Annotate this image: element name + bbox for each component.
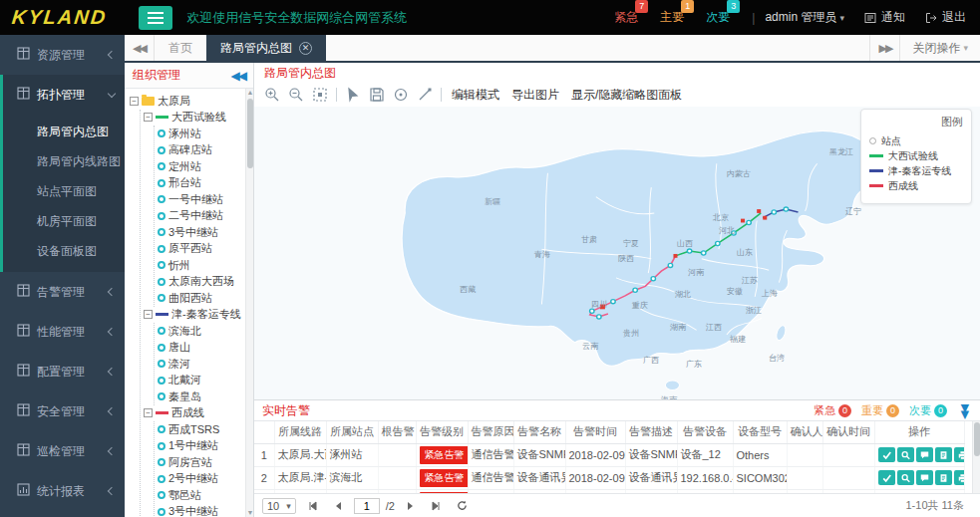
alarm-row[interactable]: 2太原局.津-秦滨海北紧急告警通信告警设备通讯异2018-02-09 1设备通讯… bbox=[254, 466, 964, 489]
column-header[interactable]: 确认人 bbox=[787, 421, 822, 443]
confirm-button[interactable] bbox=[878, 447, 895, 462]
close-operations-dropdown[interactable]: 关闭操作▾ bbox=[899, 35, 980, 61]
first-page-button[interactable] bbox=[302, 498, 322, 514]
search-button[interactable] bbox=[897, 447, 914, 462]
column-header[interactable]: 根告警 bbox=[378, 421, 416, 443]
column-header[interactable]: 告警原因 bbox=[468, 421, 513, 443]
print-button[interactable] bbox=[954, 470, 965, 485]
tree-node[interactable]: 滨海北 bbox=[158, 323, 253, 340]
alarm-counter[interactable]: 次要0 bbox=[909, 403, 947, 418]
detail-button[interactable] bbox=[935, 447, 952, 462]
last-page-button[interactable] bbox=[427, 498, 447, 514]
sidebar-item[interactable]: 统计报表 bbox=[0, 471, 125, 511]
alarm-row[interactable]: 1太原局.大西涿州站紧急告警通信告警设备SNMP超2018-02-09 1设备S… bbox=[254, 443, 964, 466]
tree-node[interactable]: 秦皇岛 bbox=[158, 388, 253, 405]
sidebar-item[interactable]: 告警管理 bbox=[0, 272, 125, 312]
tree-node[interactable]: 二号中继站 bbox=[158, 208, 253, 225]
sidebar-subitem[interactable]: 设备面板图 bbox=[3, 236, 125, 266]
close-tab-icon[interactable]: ✕ bbox=[299, 42, 312, 55]
sidebar-item[interactable]: 巡检管理 bbox=[0, 431, 125, 471]
logout-link[interactable]: 退出 bbox=[925, 9, 966, 26]
china-map[interactable]: 新疆西藏青海甘肃内蒙古黑龙江吉林辽宁北京河北山西宁夏陕西山东河南江苏安徽上海湖北… bbox=[254, 107, 980, 399]
sidebar-subitem[interactable]: 机房平面图 bbox=[3, 206, 125, 236]
detail-button[interactable] bbox=[935, 470, 952, 485]
tree-node[interactable]: 唐山 bbox=[158, 340, 253, 357]
expand-panel-icon[interactable]: ▶▶ bbox=[959, 404, 972, 417]
sidebar-item[interactable]: 安全管理 bbox=[0, 391, 125, 431]
header-alarm-badge[interactable]: 紧急7 bbox=[614, 9, 638, 26]
tree-node[interactable]: 原平西站 bbox=[158, 241, 253, 258]
comment-button[interactable] bbox=[916, 470, 933, 485]
page-number-input[interactable] bbox=[354, 498, 380, 514]
scroll-up-icon[interactable]: ▲ bbox=[246, 89, 254, 97]
tree-node[interactable]: 太原南大西场 bbox=[158, 274, 253, 291]
alarm-counter[interactable]: 重要0 bbox=[861, 403, 899, 418]
tree-node[interactable]: −津-秦客运专线 bbox=[144, 307, 253, 324]
tree-node[interactable]: 邢台站 bbox=[158, 175, 253, 192]
tab-home[interactable]: 首页 bbox=[155, 35, 206, 61]
search-button[interactable] bbox=[897, 470, 914, 485]
notice-link[interactable]: 通知 bbox=[864, 9, 905, 26]
tree-node[interactable]: 2号中继站 bbox=[158, 471, 253, 488]
header-alarm-badge[interactable]: 主要1 bbox=[660, 9, 684, 26]
print-button[interactable] bbox=[954, 447, 965, 462]
tree-node[interactable]: 3号中继站 bbox=[158, 504, 253, 517]
tab-station-overview[interactable]: 路局管内总图 ✕ bbox=[206, 35, 326, 61]
tabs-scroll-left-button[interactable]: ◀◀ bbox=[125, 35, 155, 61]
user-menu[interactable]: admin 管理员▾ bbox=[765, 9, 844, 26]
column-header[interactable]: 设备型号 bbox=[733, 421, 787, 443]
tree-node[interactable]: 1号中继站 bbox=[158, 438, 253, 455]
collapse-icon[interactable]: − bbox=[130, 97, 139, 106]
tree-node[interactable]: 曲阳西站 bbox=[158, 290, 253, 307]
collapse-icon[interactable]: − bbox=[144, 113, 153, 122]
tree-node[interactable]: 北戴河 bbox=[158, 373, 253, 389]
confirm-button[interactable] bbox=[878, 470, 895, 485]
prev-page-button[interactable] bbox=[328, 498, 348, 514]
tree-node[interactable]: 滦河 bbox=[158, 356, 253, 373]
column-header[interactable]: 告警描述 bbox=[625, 421, 677, 443]
column-header[interactable]: 告警时间 bbox=[565, 421, 625, 443]
tree-node[interactable]: 西成TSRS bbox=[158, 421, 253, 438]
tree-node[interactable]: −大西试验线 bbox=[144, 110, 253, 127]
header-alarm-badge[interactable]: 次要3 bbox=[706, 9, 730, 26]
sidebar-subitem[interactable]: 路局管内总图 bbox=[3, 117, 125, 146]
pointer-icon[interactable] bbox=[345, 87, 361, 103]
page-size-select[interactable]: 10▾ bbox=[262, 498, 296, 514]
alarm-row[interactable]: 3太原局.西成西成TSRS紧急告警通信告警设备通讯异2018-02-09 1设备… bbox=[254, 489, 964, 493]
comment-button[interactable] bbox=[916, 447, 933, 462]
tabs-scroll-right-button[interactable]: ▶▶ bbox=[869, 35, 899, 61]
table-scrollbar[interactable] bbox=[972, 421, 980, 493]
zoom-out-icon[interactable] bbox=[288, 87, 304, 103]
collapse-panel-icon[interactable]: ◀◀ bbox=[231, 69, 245, 83]
column-header[interactable] bbox=[254, 421, 274, 443]
tree-node[interactable]: −太原局 bbox=[130, 93, 253, 110]
target-icon[interactable] bbox=[393, 87, 409, 103]
map-tool-button[interactable]: 显示/隐藏缩略图面板 bbox=[571, 87, 682, 104]
next-page-button[interactable] bbox=[401, 498, 421, 514]
tree-node[interactable]: −西成线 bbox=[144, 405, 253, 422]
tree-node[interactable]: 一号中继站 bbox=[158, 191, 253, 208]
scroll-down-icon[interactable]: ▼ bbox=[246, 509, 254, 517]
tree-node[interactable]: 高碑店站 bbox=[158, 142, 253, 159]
column-header[interactable]: 所属站点 bbox=[326, 421, 378, 443]
tree-node[interactable]: 定州站 bbox=[158, 158, 253, 175]
sidebar-item[interactable]: 性能管理 bbox=[0, 312, 125, 352]
fit-icon[interactable] bbox=[312, 87, 328, 103]
column-header[interactable]: 告警级别 bbox=[416, 421, 468, 443]
sidebar-item[interactable]: 资源管理 bbox=[0, 35, 125, 75]
column-header[interactable]: 操作 bbox=[874, 421, 964, 443]
column-header[interactable]: 告警设备 bbox=[677, 421, 733, 443]
map-tool-button[interactable]: 导出图片 bbox=[511, 87, 559, 104]
line-icon[interactable] bbox=[417, 87, 433, 103]
sidebar-item[interactable]: 拓扑管理 bbox=[0, 75, 125, 115]
column-header[interactable]: 确认时间 bbox=[822, 421, 874, 443]
sidebar-subitem[interactable]: 路局管内线路图 bbox=[3, 146, 125, 176]
alarm-counter[interactable]: 紧急0 bbox=[814, 403, 851, 418]
sidebar-subitem[interactable]: 站点平面图 bbox=[3, 176, 125, 206]
sidebar-item[interactable]: 配置管理 bbox=[0, 352, 125, 391]
zoom-in-icon[interactable] bbox=[264, 87, 280, 103]
tree-node[interactable]: 阿房宫站 bbox=[158, 454, 253, 471]
save-icon[interactable] bbox=[369, 87, 385, 103]
tree-scrollbar[interactable]: ▲ ▼ bbox=[245, 89, 253, 517]
tree-node[interactable]: 鄠邑站 bbox=[158, 487, 253, 504]
